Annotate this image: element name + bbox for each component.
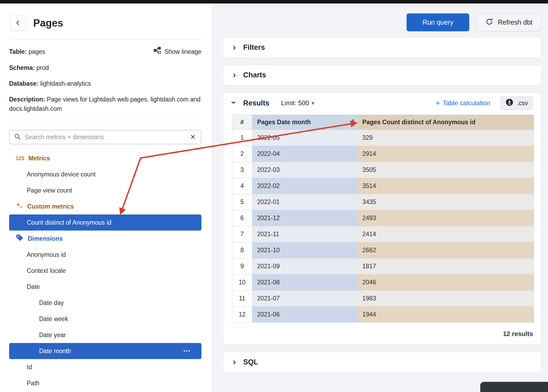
metrics-section-header[interactable]: 123 Metrics xyxy=(9,150,201,166)
results-count: 12 results xyxy=(231,330,533,345)
row-number-cell[interactable]: 8 xyxy=(232,242,252,258)
row-number-cell[interactable]: 11 xyxy=(232,291,252,307)
sidebar-item-date-week[interactable]: Date week xyxy=(9,311,201,327)
sidebar-item-context-locale[interactable]: Context locale xyxy=(9,263,201,279)
count-cell[interactable]: 2493 xyxy=(357,210,534,226)
export-csv-button[interactable]: .csv xyxy=(500,96,533,110)
custom-metrics-section-label: Custom metrics xyxy=(27,203,74,210)
table-row: 42022-023514 xyxy=(232,178,534,194)
sidebar-item-label: Context locale xyxy=(27,267,66,274)
sql-panel-label: SQL xyxy=(243,358,258,366)
count-cell[interactable]: 3435 xyxy=(357,194,534,210)
sidebar-item-anonymous-device-count[interactable]: Anonymous device count xyxy=(9,166,201,182)
sort-descending-icon[interactable]: ↓91 xyxy=(349,119,354,126)
column-header-count-distinct[interactable]: Pages Count distinct of Anonymous id xyxy=(357,115,534,130)
row-number-cell[interactable]: 12 xyxy=(232,307,252,323)
charts-panel-label: Charts xyxy=(243,71,266,79)
date-month-cell[interactable]: 2022-05 xyxy=(252,130,357,146)
table-row: 102021-082046 xyxy=(232,274,534,291)
table-row: 122021-061944 xyxy=(232,307,534,323)
count-cell[interactable]: 3505 xyxy=(357,162,534,178)
custom-metrics-section-header[interactable]: Custom metrics xyxy=(9,198,201,214)
sidebar-item-date[interactable]: Date xyxy=(9,279,201,295)
row-number-cell[interactable]: 7 xyxy=(232,226,252,242)
row-number-cell[interactable]: 3 xyxy=(232,162,252,178)
date-month-cell[interactable]: 2021-08 xyxy=(252,274,357,291)
sidebar-item-page-view-count[interactable]: Page view count xyxy=(9,182,201,198)
row-number-cell[interactable]: 6 xyxy=(232,210,252,226)
column-header-date-month[interactable]: Pages Date month↓91 xyxy=(252,115,357,130)
run-query-button[interactable]: Run query xyxy=(407,13,469,31)
tag-icon xyxy=(16,234,24,243)
table-row: 112021-071983 xyxy=(232,291,534,307)
sidebar-item-label: Path xyxy=(27,380,39,387)
table-meta-row: Table: pages Show lineage xyxy=(9,47,201,57)
sql-panel-header[interactable]: › SQL xyxy=(223,352,541,372)
back-button[interactable] xyxy=(10,15,26,31)
count-cell[interactable]: 329 xyxy=(357,130,534,146)
limit-control[interactable]: Limit: 500 ▾ xyxy=(281,99,314,107)
sidebar-item-label: Id xyxy=(27,364,32,371)
plus-icon: + xyxy=(436,99,440,107)
row-number-cell[interactable]: 10 xyxy=(232,274,252,291)
column-header-label: # xyxy=(241,119,244,126)
date-month-cell[interactable]: 2022-01 xyxy=(252,194,357,210)
count-cell[interactable]: 3514 xyxy=(357,178,534,194)
search-box: ✕ xyxy=(9,130,201,144)
dimensions-section-header[interactable]: Dimensions xyxy=(9,231,201,247)
count-cell[interactable]: 2046 xyxy=(357,274,534,291)
row-number-cell[interactable]: 2 xyxy=(232,146,252,162)
count-cell[interactable]: 2414 xyxy=(357,226,534,242)
sidebar-item-path[interactable]: Path xyxy=(9,375,201,391)
sidebar-item-id[interactable]: Id xyxy=(9,359,201,375)
date-month-cell[interactable]: 2021-09 xyxy=(252,258,357,274)
sidebar-item-date-month[interactable]: Date month••• xyxy=(9,343,201,359)
sidebar-item-date-year[interactable]: Date year xyxy=(9,327,201,343)
explore-main: Run query Refresh dbt › Filters › Charts xyxy=(212,3,548,392)
refresh-dbt-button[interactable]: Refresh dbt xyxy=(476,13,541,31)
row-number-cell[interactable]: 1 xyxy=(232,130,252,146)
sidebar-item-anonymous-id[interactable]: Anonymous id xyxy=(9,247,201,263)
row-number-cell[interactable]: 9 xyxy=(232,258,252,274)
charts-panel-header[interactable]: › Charts xyxy=(223,65,541,85)
clear-search-icon[interactable]: ✕ xyxy=(189,133,197,141)
search-input[interactable] xyxy=(25,134,185,141)
database-meta-row: Database: lightdash-analytics xyxy=(9,79,201,88)
results-panel-header[interactable]: › Results Limit: 500 ▾ + Table calculati… xyxy=(223,93,541,114)
sidebar-item-label: Date day xyxy=(39,299,64,307)
row-number-cell[interactable]: 4 xyxy=(232,178,252,194)
dimensions-section-label: Dimensions xyxy=(28,235,63,242)
date-month-cell[interactable]: 2021-07 xyxy=(252,291,357,307)
description-meta-row: Description: Page views for Lightdash we… xyxy=(9,95,201,114)
date-month-cell[interactable]: 2022-03 xyxy=(252,162,357,178)
count-cell[interactable]: 1944 xyxy=(357,307,534,323)
date-month-cell[interactable]: 2022-04 xyxy=(252,146,357,162)
count-cell[interactable]: 1983 xyxy=(357,291,534,307)
date-month-cell[interactable]: 2021-06 xyxy=(252,307,357,323)
show-lineage-label: Show lineage xyxy=(164,47,201,56)
table-calculation-button[interactable]: + Table calculation xyxy=(436,99,490,107)
refresh-icon xyxy=(485,18,493,27)
date-month-cell[interactable]: 2021-12 xyxy=(252,210,357,226)
date-month-cell[interactable]: 2022-02 xyxy=(252,178,357,194)
chevron-down-icon: › xyxy=(230,100,239,105)
top-dark-bar xyxy=(0,0,548,3)
count-cell[interactable]: 1817 xyxy=(357,258,534,274)
table-metadata: Table: pages Show lineage Schema: prod xyxy=(9,47,201,114)
sidebar-item-count-distinct-of-anonymous-id[interactable]: Count distinct of Anonymous id xyxy=(9,214,201,231)
date-month-cell[interactable]: 2021-10 xyxy=(252,242,357,258)
column-header-row-number[interactable]: # xyxy=(232,115,252,130)
filters-panel-header[interactable]: › Filters xyxy=(223,37,541,58)
metric-items: Anonymous device countPage view count xyxy=(9,166,201,198)
count-cell[interactable]: 2662 xyxy=(357,242,534,258)
content: Pages Table: pages Show lineage xyxy=(0,3,548,392)
more-options-icon[interactable]: ••• xyxy=(183,348,191,354)
row-number-cell[interactable]: 5 xyxy=(232,194,252,210)
sidebar-item-date-day[interactable]: Date day xyxy=(9,295,201,311)
date-month-cell[interactable]: 2021-11 xyxy=(252,226,357,242)
results-table-wrap: #Pages Date month↓91Pages Count distinct… xyxy=(232,115,534,323)
count-cell[interactable]: 2914 xyxy=(357,146,534,162)
results-table: #Pages Date month↓91Pages Count distinct… xyxy=(232,115,534,323)
sidebar-item-label: Page view count xyxy=(27,187,72,194)
show-lineage-button[interactable]: Show lineage xyxy=(153,47,201,57)
